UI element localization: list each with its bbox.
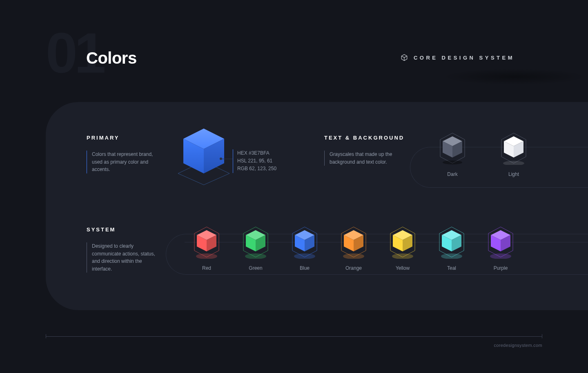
swatch-label: Dark <box>447 171 457 177</box>
swatch-cube <box>486 225 515 259</box>
swatch-light: Light <box>493 131 534 177</box>
swatch-label: Teal <box>447 265 456 271</box>
primary-description: Colors that represent brand, used as pri… <box>87 151 160 173</box>
text-bg-heading: TEXT & BACKGROUND <box>324 135 426 141</box>
swatch-label: Yellow <box>396 265 410 271</box>
content-card: PRIMARY Colors that represent brand, use… <box>46 102 588 310</box>
swatch-green: Green <box>235 225 276 271</box>
system-swatches: RedGreenBlueOrangeYellowTealPurple <box>186 225 521 271</box>
swatch-teal: Teal <box>431 225 472 271</box>
system-heading: SYSTEM <box>87 226 189 233</box>
primary-spec-rgb: RGB 62, 123, 250 <box>237 165 276 173</box>
text-bg-description: Grayscales that made up the background a… <box>324 151 398 166</box>
svg-point-33 <box>392 253 413 259</box>
primary-spec-hsl: HSL 221, 95, 61 <box>237 157 276 165</box>
swatch-label: Blue <box>300 265 310 271</box>
swatch-label: Green <box>249 265 262 271</box>
text-bg-swatches: Dark Light <box>432 131 534 177</box>
swatch-yellow: Yellow <box>382 225 423 271</box>
svg-point-43 <box>490 253 511 259</box>
svg-point-13 <box>196 253 217 259</box>
brand-shadow <box>441 69 588 85</box>
swatch-cube <box>388 225 417 259</box>
primary-connector-dot <box>220 158 222 160</box>
brand-lockup: CORE DESIGN SYSTEM <box>401 54 514 61</box>
swatch-label: Orange <box>345 265 362 271</box>
swatch-cube-light <box>499 131 528 165</box>
swatch-purple: Purple <box>480 225 521 271</box>
cube-icon <box>401 54 408 61</box>
swatch-blue: Blue <box>284 225 325 271</box>
svg-point-7 <box>443 160 462 164</box>
svg-point-28 <box>343 253 364 259</box>
swatch-red: Red <box>186 225 227 271</box>
swatch-cube <box>192 225 221 259</box>
page-title: Colors <box>86 49 137 67</box>
footer-ruler <box>46 334 542 338</box>
swatch-label: Light <box>508 171 519 177</box>
swatch-label: Purple <box>494 265 508 271</box>
primary-specs: HEX #3E7BFA HSL 221, 95, 61 RGB 62, 123,… <box>233 149 276 173</box>
brand-label: CORE DESIGN SYSTEM <box>414 55 514 61</box>
svg-point-38 <box>441 253 462 259</box>
swatch-cube <box>437 225 466 259</box>
svg-point-23 <box>294 253 315 259</box>
system-description: Designed to clearly communicate actions,… <box>87 242 160 273</box>
swatch-cube <box>241 225 270 259</box>
swatch-cube <box>339 225 368 259</box>
footer-url: coredesignsystem.com <box>494 343 543 348</box>
svg-point-18 <box>245 253 266 259</box>
primary-connector-line <box>221 159 233 159</box>
swatch-label: Red <box>202 265 211 271</box>
swatch-cube <box>290 225 319 259</box>
swatch-orange: Orange <box>333 225 374 271</box>
swatch-dark: Dark <box>432 131 473 177</box>
swatch-cube-dark <box>438 131 467 165</box>
primary-spec-hex: HEX #3E7BFA <box>237 149 276 157</box>
svg-point-12 <box>503 161 524 165</box>
